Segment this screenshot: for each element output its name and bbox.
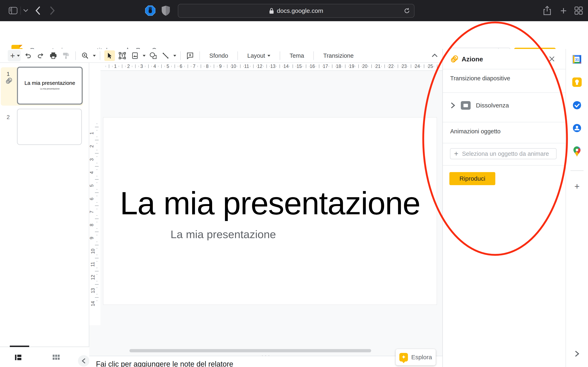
show-side-panel-icon[interactable] <box>575 350 579 357</box>
select-object-button[interactable]: + Seleziona un oggetto da animare <box>450 148 557 159</box>
tasks-icon[interactable] <box>572 100 582 110</box>
ruler-tick <box>96 150 98 150</box>
add-addon-icon[interactable]: + <box>574 182 580 191</box>
lock-icon <box>269 8 274 14</box>
ruler-tick: 21 <box>375 64 380 69</box>
ruler-tick <box>171 66 172 67</box>
ruler-tick <box>421 66 421 67</box>
select-tool-icon[interactable] <box>104 50 115 61</box>
ruler-tick <box>362 66 362 67</box>
divider <box>20 7 21 15</box>
slide-subtitle-text[interactable]: La mia presentazione <box>130 228 317 241</box>
shield-extension-icon[interactable] <box>160 0 172 21</box>
ruler-tick <box>319 64 319 68</box>
back-icon[interactable] <box>33 0 43 21</box>
insert-image-icon[interactable] <box>130 50 140 61</box>
layout-button[interactable]: Layout <box>242 52 276 59</box>
ruler-tick <box>96 209 98 209</box>
print-icon[interactable] <box>48 50 59 61</box>
filmstrip-view-icon[interactable] <box>15 354 22 360</box>
ruler-tick <box>243 66 244 67</box>
maps-icon[interactable] <box>573 146 581 157</box>
expand-chevron-icon[interactable] <box>450 102 456 109</box>
share-page-icon[interactable] <box>541 0 553 21</box>
ruler-tick <box>329 66 329 67</box>
background-button[interactable]: Sfondo <box>204 52 233 59</box>
sidebar-chevron-icon[interactable] <box>21 0 30 21</box>
keep-icon[interactable] <box>572 77 582 87</box>
slide-page[interactable]: La mia presentazione La mia presentazion… <box>103 117 437 305</box>
slide-title-text[interactable]: La mia presentazione <box>103 185 437 222</box>
explore-button[interactable]: ✦ Esplora <box>396 349 436 365</box>
close-panel-icon[interactable] <box>548 55 556 63</box>
ruler-tick <box>96 235 98 235</box>
undo-icon[interactable] <box>23 50 33 61</box>
caret-down-icon[interactable] <box>93 55 96 57</box>
zoom-icon[interactable] <box>80 50 90 61</box>
explore-label: Esplora <box>411 354 432 361</box>
new-slide-button[interactable]: + <box>8 50 21 61</box>
ruler-tick <box>119 66 119 67</box>
slide-thumbnail-1[interactable]: La mia presentazione La mia presentazion… <box>17 67 83 105</box>
insert-comment-icon[interactable] <box>185 50 195 61</box>
panel-header: Azione <box>443 49 566 69</box>
ruler-tick <box>204 66 204 67</box>
horizontal-scrollbar[interactable] <box>130 349 371 352</box>
ruler-tick <box>437 64 437 68</box>
ruler-tick <box>109 64 109 68</box>
ruler-tick <box>132 66 132 67</box>
divider <box>100 51 100 60</box>
play-button[interactable]: Riproduci <box>449 172 495 185</box>
ruler-tick <box>96 202 98 203</box>
contacts-icon[interactable] <box>572 123 582 133</box>
transition-row[interactable]: Dissolvenza <box>443 101 566 110</box>
shape-icon[interactable] <box>148 50 158 61</box>
ruler-tick <box>388 66 388 67</box>
ruler-tick <box>96 300 98 301</box>
ruler-tick <box>95 192 99 193</box>
ruler-tick <box>335 66 336 67</box>
caret-down-icon[interactable] <box>173 55 176 57</box>
slide-transition-icon <box>461 101 471 110</box>
tab-overview-icon[interactable] <box>573 0 584 21</box>
ruler-tick: 23 <box>402 64 407 69</box>
ruler-tick: 8 <box>89 224 95 226</box>
ruler-tick <box>164 66 165 67</box>
collapse-filmstrip-button[interactable] <box>78 355 89 367</box>
ruler-tick <box>96 137 98 137</box>
thumbnail-title: La mia presentazione <box>18 80 82 86</box>
ruler-tick: 11 <box>244 64 249 69</box>
ruler-tick <box>342 66 342 67</box>
ruler-tick <box>96 261 98 262</box>
ruler-tick: 20 <box>362 64 367 69</box>
google-apps-rail: 31 <box>566 49 588 367</box>
transition-button[interactable]: Transizione <box>318 52 359 59</box>
speaker-notes-area[interactable]: Fai clic per aggiungere le note del rela… <box>89 356 442 367</box>
line-tool-icon[interactable] <box>160 50 171 61</box>
grid-view-icon[interactable] <box>53 354 60 360</box>
ruler-tick <box>105 66 106 67</box>
ruler-tick: 4 <box>89 171 95 174</box>
ruler-tick <box>198 66 198 67</box>
calendar-icon[interactable]: 31 <box>572 55 582 64</box>
new-tab-icon[interactable]: + <box>558 0 569 21</box>
collapse-toolbar-icon[interactable] <box>430 51 439 60</box>
sidebar-toggle-icon[interactable] <box>7 0 19 21</box>
ruler-tick <box>224 66 224 67</box>
theme-button[interactable]: Tema <box>284 52 309 59</box>
ruler-tick <box>135 64 136 68</box>
transition-name: Dissolvenza <box>476 102 509 109</box>
redo-icon[interactable] <box>35 50 46 61</box>
ruler-tick <box>267 64 267 68</box>
forward-icon[interactable] <box>47 0 57 21</box>
ruler-tick <box>398 64 398 68</box>
content-blocker-extension-icon[interactable] <box>144 0 156 21</box>
address-bar[interactable]: docs.google.com <box>178 4 415 18</box>
ruler-tick <box>178 66 178 67</box>
ruler-tick <box>217 66 217 67</box>
slide-thumbnail-2[interactable] <box>17 109 82 145</box>
reload-icon[interactable] <box>403 4 410 17</box>
caret-down-icon[interactable] <box>143 55 146 57</box>
ruler-tick: 22 <box>389 64 394 69</box>
text-box-icon[interactable] <box>117 50 128 61</box>
